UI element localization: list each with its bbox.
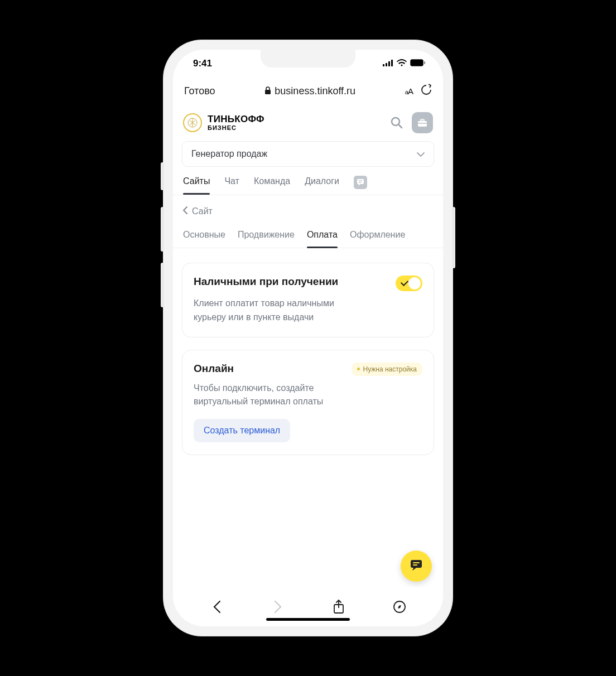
phone-notch [261, 50, 355, 67]
create-terminal-button[interactable]: Создать терминал [194, 419, 290, 442]
chat-icon [409, 558, 424, 574]
app-header: ТИНЬКОФФ БИЗНЕС [173, 104, 443, 141]
compass-icon[interactable] [389, 597, 410, 617]
chevron-left-icon [183, 206, 187, 216]
svg-rect-7 [265, 90, 271, 94]
home-indicator[interactable] [266, 618, 350, 621]
svg-rect-2 [388, 61, 390, 66]
tab-sites[interactable]: Сайты [183, 176, 210, 194]
svg-rect-5 [411, 60, 422, 65]
nav-forward-button[interactable] [268, 597, 288, 617]
selector-value: Генератор продаж [191, 149, 267, 159]
share-icon[interactable] [329, 597, 349, 617]
svg-rect-14 [357, 179, 364, 184]
secondary-tabs: Основные Продвижение Оплата Оформление [173, 221, 443, 248]
url-text: business.tinkoff.ru [275, 85, 355, 97]
search-icon[interactable] [388, 114, 405, 131]
tab-dialogs[interactable]: Диалоги [305, 176, 339, 194]
card-description: Клиент оплатит товар наличными курьеру и… [194, 297, 350, 325]
svg-rect-6 [424, 61, 425, 64]
tab-team[interactable]: Команда [254, 176, 290, 194]
done-button[interactable]: Готово [184, 85, 215, 97]
url-display[interactable]: business.tinkoff.ru [223, 85, 397, 97]
reload-icon[interactable] [421, 84, 432, 98]
status-time: 9:41 [193, 58, 212, 69]
subtab-payment[interactable]: Оплата [307, 230, 338, 248]
tab-chat[interactable]: Чат [224, 176, 239, 194]
svg-rect-1 [386, 63, 387, 66]
phone-frame: 9:41 Готово business.tinkoff.ru aA [163, 40, 453, 636]
card-title: Онлайн [194, 363, 234, 375]
content-area: Наличными при получении Клиент оплатит т… [173, 248, 443, 587]
svg-rect-11 [418, 121, 427, 127]
text-size-button[interactable]: aA [405, 86, 413, 96]
battery-icon [410, 58, 425, 69]
cellular-icon [383, 58, 393, 69]
brand-name: ТИНЬКОФФ [208, 114, 264, 124]
svg-rect-12 [421, 119, 424, 121]
dialogs-badge-icon[interactable] [354, 176, 367, 189]
brand-logo-icon [183, 113, 202, 132]
chat-fab[interactable] [401, 551, 432, 582]
svg-rect-3 [391, 60, 393, 66]
card-online-payment: Онлайн Нужна настройка Чтобы подключить,… [182, 350, 434, 456]
svg-point-9 [392, 118, 400, 125]
subtab-design[interactable]: Оформление [350, 230, 405, 248]
lock-icon [264, 85, 271, 97]
brand-subtitle: БИЗНЕС [208, 125, 264, 131]
chevron-down-icon [417, 149, 425, 159]
status-badge: Нужна настройка [352, 363, 423, 376]
subtab-main[interactable]: Основные [183, 230, 225, 248]
wifi-icon [397, 58, 407, 69]
primary-tabs: Сайты Чат Команда Диалоги [173, 167, 443, 195]
breadcrumb[interactable]: Сайт [173, 195, 443, 221]
nav-back-button[interactable] [207, 597, 227, 617]
breadcrumb-label: Сайт [192, 206, 213, 216]
brand[interactable]: ТИНЬКОФФ БИЗНЕС [183, 113, 382, 132]
briefcase-icon[interactable] [412, 112, 433, 133]
section-selector[interactable]: Генератор продаж [182, 141, 434, 167]
toggle-cash-on-delivery[interactable] [396, 276, 422, 291]
svg-line-10 [399, 125, 402, 128]
subtab-promotion[interactable]: Продвижение [238, 230, 295, 248]
card-description: Чтобы подключить, создайте виртуальный т… [194, 382, 350, 409]
card-title: Наличными при получении [194, 276, 338, 288]
browser-url-bar: Готово business.tinkoff.ru aA [173, 78, 443, 104]
svg-rect-0 [383, 64, 384, 66]
svg-rect-17 [411, 560, 422, 568]
card-cash-on-delivery: Наличными при получении Клиент оплатит т… [182, 263, 434, 337]
